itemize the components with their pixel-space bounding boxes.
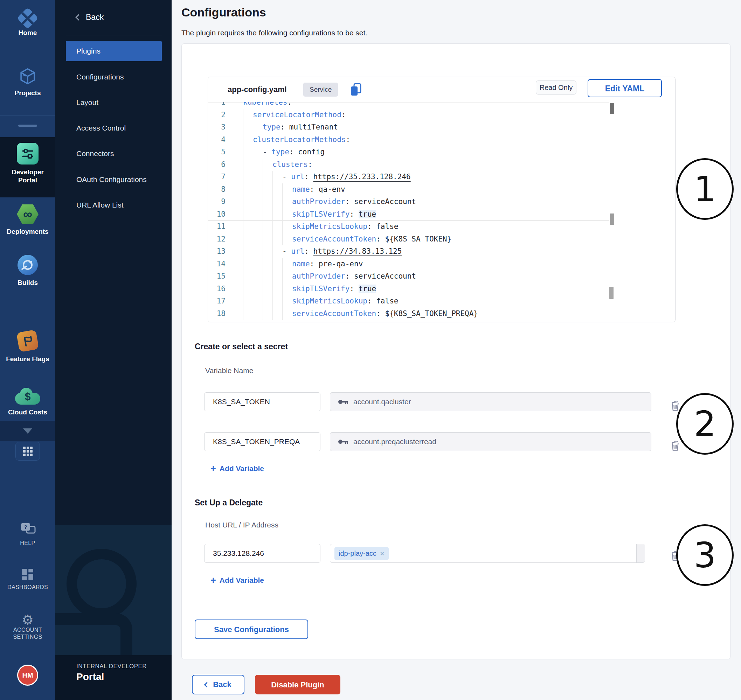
yaml-key: skipTLSVerify <box>292 285 349 293</box>
variable-name-input[interactable]: K8S_SA_TOKEN <box>204 392 320 411</box>
nav-item-url-allow-list[interactable]: URL Allow List <box>77 201 124 209</box>
add-variable-button[interactable]: + Add Variable <box>211 576 264 584</box>
delegate-tag-chip[interactable]: idp-play-acc × <box>334 547 389 560</box>
indent-guide <box>263 233 273 246</box>
footer-product-label: INTERNAL DEVELOPER <box>77 663 147 670</box>
chat-question-icon: ? <box>20 522 36 537</box>
indent-guide <box>282 221 292 233</box>
indent-guide <box>263 270 273 283</box>
indent-guide <box>243 246 253 258</box>
sidebar-item-builds[interactable]: Builds <box>0 255 55 287</box>
variable-name-label: Variable Name <box>205 366 253 375</box>
indent-guide <box>253 308 263 320</box>
delete-variable-icon[interactable] <box>670 439 681 451</box>
indent-guide <box>243 146 253 159</box>
configurations-card: app-config.yaml Service Read Only Edit Y… <box>181 43 731 659</box>
nav-item-configurations[interactable]: Configurations <box>77 73 124 81</box>
page-title: Configurations <box>181 6 266 19</box>
code-line: 17skipMetricsLookup: false <box>208 295 609 308</box>
sidebar-item-help[interactable]: ? HELP <box>0 522 55 547</box>
back-link[interactable]: Back <box>77 13 104 22</box>
line-number: 4 <box>208 134 233 146</box>
yaml-text: : <box>304 172 313 181</box>
yaml-text: true <box>359 285 376 293</box>
footer-product-name: Portal <box>77 671 104 682</box>
yaml-key: clusters <box>273 160 308 169</box>
delegate-tags-input[interactable]: idp-play-acc × <box>330 544 645 563</box>
host-url-input[interactable]: 35.233.128.246 <box>204 544 320 563</box>
back-button[interactable]: Back <box>192 675 245 694</box>
code-line: 15authProvider: serviceAccount <box>208 270 609 283</box>
edit-yaml-button[interactable]: Edit YAML <box>588 79 662 97</box>
yaml-text: : false <box>367 222 399 231</box>
line-number: 18 <box>208 308 233 320</box>
indent-guide <box>253 283 263 296</box>
remove-tag-icon[interactable]: × <box>380 549 384 558</box>
line-number: 13 <box>208 246 233 258</box>
line-number: 15 <box>208 270 233 283</box>
nav-item-access-control[interactable]: Access Control <box>77 124 126 132</box>
nav-item-layout[interactable]: Layout <box>77 99 99 107</box>
nav-item-connectors[interactable]: Connectors <box>77 150 114 158</box>
indent-guide <box>263 246 273 258</box>
disable-plugin-button[interactable]: Disable Plugin <box>255 675 340 694</box>
code-line: 10skipTLSVerify: true <box>208 208 609 221</box>
variable-name-input[interactable]: K8S_SA_TOKEN_PREQA <box>204 432 320 451</box>
sidebar-item-dashboards[interactable]: DASHBOARDS <box>0 568 55 591</box>
sidebar-item-label: Deployments <box>0 228 55 235</box>
sidebar-item-home[interactable]: Home <box>0 9 55 37</box>
sidebar-item-developer-portal[interactable]: Developer Portal <box>0 143 55 184</box>
yaml-text: : false <box>367 297 399 305</box>
yaml-key: url <box>291 247 304 256</box>
sidebar-item-label: Developer <box>0 168 55 176</box>
line-number: 12 <box>208 233 233 246</box>
yaml-text: - <box>263 148 271 156</box>
code-line: 16skipTLSVerify: true <box>208 283 609 296</box>
sidebar-item-cloud-costs[interactable]: $ Cloud Costs <box>0 388 55 416</box>
user-avatar[interactable]: HM <box>17 665 38 686</box>
cloud-dollar-icon: $ <box>14 388 41 405</box>
secret-select[interactable]: account.preqaclusterread <box>330 432 651 451</box>
indent-guide <box>273 221 282 233</box>
sidebar-item-label: Home <box>0 29 55 37</box>
yaml-code-viewport[interactable]: 1kubernetes:2serviceLocatorMethod:3type:… <box>208 102 609 322</box>
secret-select[interactable]: account.qacluster <box>330 392 651 411</box>
yaml-key: authProvider <box>292 197 345 206</box>
flag-icon <box>16 330 39 353</box>
delete-variable-icon[interactable] <box>670 399 681 411</box>
chevron-down-icon[interactable] <box>23 428 32 434</box>
key-icon <box>338 399 348 404</box>
indent-guide <box>243 171 253 184</box>
yaml-url: https://35.233.128.246 <box>314 172 411 181</box>
ruler-mark-cursor <box>610 103 614 114</box>
indent-guide <box>263 171 273 184</box>
line-number: 6 <box>208 159 233 171</box>
add-variable-button[interactable]: + Add Variable <box>211 465 264 473</box>
sidebar-item-deployments[interactable]: ∞ Deployments <box>0 204 55 235</box>
yaml-key: skipTLSVerify <box>292 210 349 218</box>
save-configurations-button[interactable]: Save Configurations <box>195 619 308 639</box>
sidebar-item-label: Projects <box>0 89 55 97</box>
secret-value: account.preqaclusterread <box>354 437 436 446</box>
nav-item-oauth-configurations[interactable]: OAuth Configurations <box>77 175 147 184</box>
yaml-key: authProvider <box>292 272 345 280</box>
indent-guide <box>263 196 273 208</box>
read-only-badge: Read Only <box>536 81 576 94</box>
sidebar-item-account-settings[interactable]: ⚙ ACCOUNT SETTINGS <box>0 613 55 641</box>
sidebar-item-label: SETTINGS <box>0 634 55 641</box>
copy-icon[interactable] <box>349 82 362 97</box>
yaml-text: : <box>304 247 313 256</box>
indent-guide <box>273 171 282 184</box>
yaml-text: - <box>282 172 291 181</box>
nav-item-plugins[interactable]: Plugins <box>66 41 162 61</box>
sidebar-item-projects[interactable]: Projects <box>0 67 55 97</box>
tag-input-end-strip <box>636 544 645 562</box>
sidebar-collapse-dash[interactable] <box>18 125 37 127</box>
indent-guide <box>282 184 292 196</box>
sidebar-item-feature-flags[interactable]: Feature Flags <box>0 330 55 363</box>
indent-guide <box>243 208 253 221</box>
secret-value: account.qacluster <box>354 398 411 406</box>
indent-guide <box>282 196 292 208</box>
yaml-key: skipMetricsLookup <box>292 222 367 231</box>
module-picker-button[interactable] <box>15 442 40 460</box>
